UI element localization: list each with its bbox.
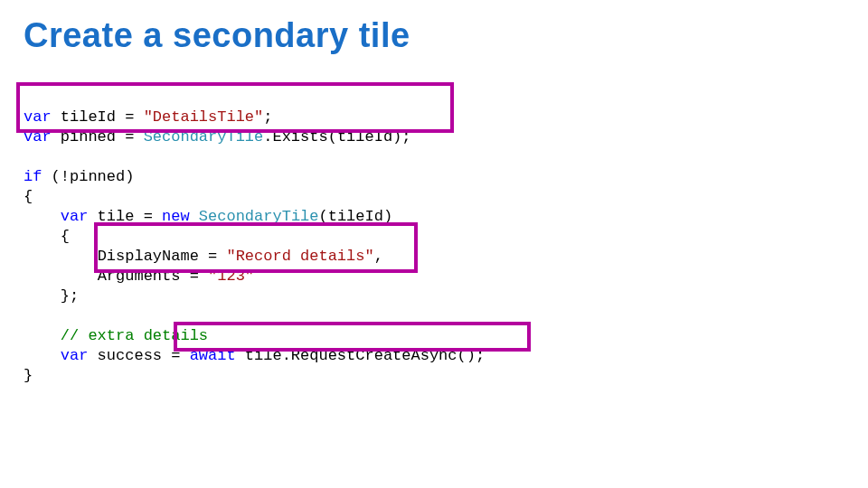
- kw-new: new: [162, 208, 190, 225]
- slide: Create a secondary tile var tileId = "De…: [0, 0, 868, 488]
- code-line-4: if (!pinned): [24, 168, 134, 185]
- comment-token: // extra details: [61, 327, 208, 344]
- code-line-9: Arguments = "123": [24, 267, 254, 285]
- string-literal: "Record details": [226, 248, 373, 265]
- code-block: var tileId = "DetailsTile"; var pinned =…: [24, 88, 844, 485]
- code-line-2: var pinned = SecondaryTile.Exists(tileId…: [24, 128, 411, 145]
- kw-var: var: [61, 208, 89, 225]
- type-token: SecondaryTile: [199, 208, 319, 225]
- code-line-13: var success = await tile.RequestCreateAs…: [24, 347, 485, 364]
- code-line-5: {: [24, 188, 33, 205]
- kw-var: var: [61, 347, 89, 364]
- string-literal: "123": [208, 267, 254, 285]
- code-line-14: }: [24, 367, 33, 384]
- type-token: SecondaryTile: [144, 128, 264, 145]
- code-line-6: var tile = new SecondaryTile(tileId): [24, 208, 392, 225]
- kw-await: await: [190, 347, 236, 364]
- code-line-7: {: [24, 228, 70, 245]
- kw-var: var: [24, 128, 52, 145]
- string-literal: "DetailsTile": [144, 108, 264, 126]
- code-line-1: var tileId = "DetailsTile";: [24, 108, 272, 126]
- code-line-12: // extra details: [24, 327, 208, 344]
- kw-var: var: [24, 108, 52, 126]
- code-line-8: DisplayName = "Record details",: [24, 248, 383, 265]
- kw-if: if: [24, 168, 42, 185]
- code-line-10: };: [24, 287, 79, 305]
- slide-title: Create a secondary tile: [24, 16, 844, 55]
